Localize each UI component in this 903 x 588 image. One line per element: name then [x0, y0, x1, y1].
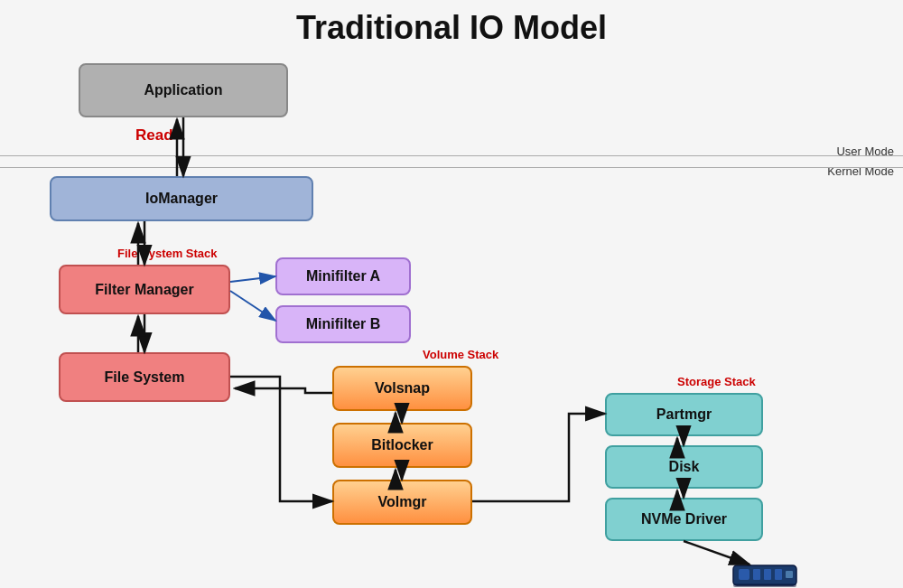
nvme-disk-icon	[731, 558, 804, 588]
volume-stack-label: Volume Stack	[423, 348, 498, 361]
user-mode-divider	[0, 155, 903, 156]
filesystem-box: File System	[59, 352, 230, 402]
bitlocker-box: Bitlocker	[332, 423, 472, 468]
svg-rect-1	[739, 569, 749, 580]
svg-line-17	[230, 291, 275, 321]
disk-box: Disk	[605, 445, 763, 489]
application-box: Application	[79, 63, 288, 117]
storage-stack-label: Storage Stack	[677, 375, 756, 388]
read-label: Read	[135, 126, 173, 145]
svg-rect-6	[733, 583, 796, 587]
nvme-box: NVMe Driver	[605, 498, 763, 541]
kernel-mode-divider	[0, 167, 903, 168]
page-title: Traditional IO Model	[0, 0, 903, 56]
iomanager-box: IoManager	[50, 176, 313, 221]
minifilter-b-box: Minifilter B	[275, 305, 411, 343]
minifilter-a-box: Minifilter A	[275, 257, 411, 295]
svg-rect-4	[775, 569, 782, 580]
volsnap-box: Volsnap	[332, 366, 472, 411]
file-system-stack-label: File System Stack	[117, 247, 218, 260]
svg-rect-3	[764, 569, 771, 580]
svg-rect-5	[786, 571, 793, 578]
svg-line-16	[230, 276, 275, 282]
svg-rect-2	[753, 569, 760, 580]
filtermanager-box: Filter Manager	[59, 265, 230, 314]
partmgr-box: Partmgr	[605, 393, 763, 436]
volmgr-box: Volmgr	[332, 480, 472, 525]
diagram-area: User Mode Kernel Mode Read File System S…	[0, 54, 903, 588]
